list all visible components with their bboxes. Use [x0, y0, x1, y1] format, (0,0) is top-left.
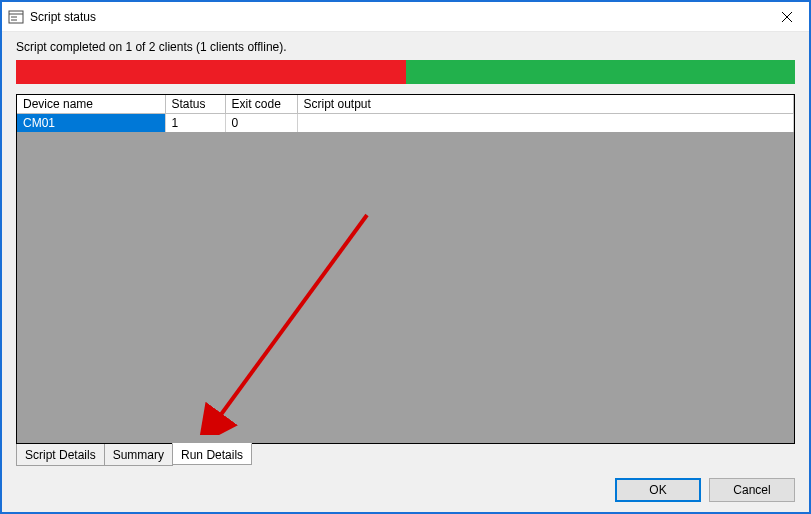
close-button[interactable] [764, 2, 809, 32]
dialog-window: Script status Script completed on 1 of 2… [0, 0, 811, 514]
cell-device: CM01 [17, 114, 165, 133]
close-icon [782, 12, 792, 22]
cancel-button[interactable]: Cancel [709, 478, 795, 502]
tab-summary[interactable]: Summary [104, 444, 173, 466]
tab-label: Run Details [181, 448, 243, 462]
tab-label: Script Details [25, 448, 96, 462]
dialog-buttons: OK Cancel [16, 478, 795, 502]
cell-output [297, 114, 794, 133]
titlebar: Script status [2, 2, 809, 32]
app-icon [8, 9, 24, 25]
results-grid[interactable]: Device name Status Exit code Script outp… [16, 94, 795, 444]
tab-script-details[interactable]: Script Details [16, 444, 105, 466]
status-text: Script completed on 1 of 2 clients (1 cl… [16, 40, 795, 54]
cell-status: 1 [165, 114, 225, 133]
progress-segment-success [406, 60, 796, 84]
col-header-status[interactable]: Status [165, 95, 225, 114]
tab-label: Summary [113, 448, 164, 462]
ok-button[interactable]: OK [615, 478, 701, 502]
progress-segment-failed [16, 60, 406, 84]
dialog-content: Script completed on 1 of 2 clients (1 cl… [2, 32, 809, 512]
tab-strip: Script Details Summary Run Details [16, 444, 795, 466]
progress-bar [16, 60, 795, 84]
tab-run-details[interactable]: Run Details [172, 443, 252, 465]
table-row[interactable]: CM01 1 0 [17, 114, 794, 133]
col-header-device[interactable]: Device name [17, 95, 165, 114]
grid-header-row: Device name Status Exit code Script outp… [17, 95, 794, 114]
col-header-exit[interactable]: Exit code [225, 95, 297, 114]
svg-line-7 [217, 215, 367, 420]
cell-exit: 0 [225, 114, 297, 133]
col-header-output[interactable]: Script output [297, 95, 794, 114]
annotation-arrow-icon [197, 205, 397, 435]
window-title: Script status [30, 10, 764, 24]
